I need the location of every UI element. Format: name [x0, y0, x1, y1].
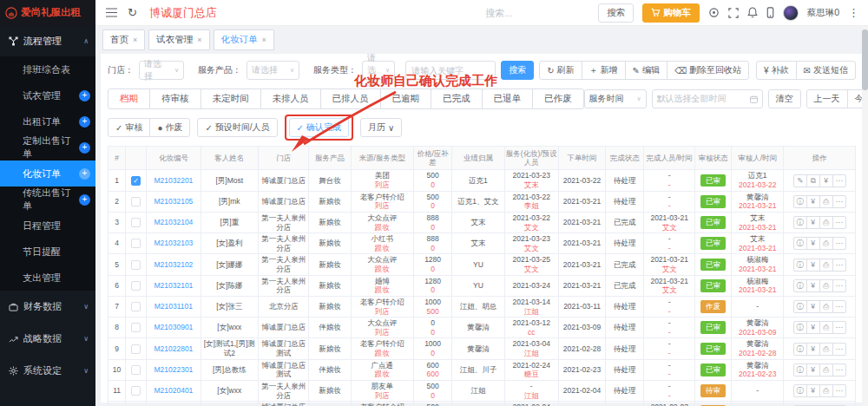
- status-tab-待审核[interactable]: 待审核: [149, 88, 201, 109]
- audit-button[interactable]: ✓审核: [108, 118, 150, 137]
- page-tab-化妆订单[interactable]: 化妆订单×: [214, 29, 274, 50]
- send-sms-button[interactable]: ✉发送短信: [796, 61, 856, 80]
- sidebar-item-strategy-data[interactable]: 战略数据 ∨: [0, 323, 95, 355]
- pay-op-icon[interactable]: ¥: [819, 174, 833, 187]
- pay-op-icon[interactable]: ¥: [806, 321, 820, 334]
- order-code-link[interactable]: M21030901: [154, 323, 193, 331]
- prev-day-button[interactable]: 上一天: [806, 89, 848, 108]
- row-checkbox[interactable]: [131, 281, 141, 291]
- cart-button[interactable]: 购物车: [642, 3, 700, 23]
- order-code-link[interactable]: M21032102: [154, 260, 193, 269]
- row-checkbox[interactable]: [131, 239, 141, 248]
- more-op-icon[interactable]: ⋯: [832, 237, 846, 250]
- more-op-icon[interactable]: ⋯: [832, 279, 846, 292]
- bell-icon[interactable]: [747, 7, 758, 18]
- close-icon[interactable]: ×: [197, 36, 201, 44]
- global-search-input[interactable]: [485, 8, 589, 18]
- sidebar-item-试衣管理[interactable]: 试衣管理+: [0, 82, 95, 108]
- row-checkbox[interactable]: [131, 260, 141, 270]
- quick-add-icon[interactable]: +: [79, 90, 90, 102]
- more-op-icon[interactable]: ⋯: [832, 195, 846, 208]
- fullscreen-icon[interactable]: [728, 8, 739, 18]
- order-code-link[interactable]: M21031101: [155, 302, 193, 311]
- row-checkbox[interactable]: [131, 218, 141, 227]
- print-op-icon[interactable]: ⎙: [819, 363, 833, 377]
- preset-time-person-button[interactable]: ✓预设时间/人员: [197, 118, 277, 137]
- more-op-icon[interactable]: ⋯: [832, 216, 846, 229]
- row-checkbox[interactable]: [131, 344, 141, 354]
- more-op-icon[interactable]: ⋯: [832, 384, 846, 397]
- date-range-input[interactable]: 默认选择全部时间: [652, 89, 763, 108]
- quick-add-icon[interactable]: +: [79, 194, 90, 206]
- sidebar-item-排班综合表[interactable]: 排班综合表: [0, 56, 95, 82]
- delete-to-recycle-button[interactable]: ⌫删除至回收站: [667, 61, 749, 80]
- status-tab-已排人员[interactable]: 已排人员: [320, 88, 381, 109]
- status-tab-未排人员[interactable]: 未排人员: [260, 88, 321, 109]
- pay-op-icon[interactable]: ¥: [806, 216, 820, 229]
- order-code-link[interactable]: M21022801: [154, 344, 193, 353]
- row-checkbox[interactable]: [131, 365, 141, 375]
- print-op-icon[interactable]: ⎙: [819, 259, 833, 272]
- more-op-icon[interactable]: ⋯: [832, 174, 846, 187]
- order-code-link[interactable]: M21022301: [154, 365, 193, 374]
- service-time-select[interactable]: 服务时间∨: [584, 89, 647, 108]
- status-tab-已作废[interactable]: 已作废: [532, 88, 584, 109]
- copy-op-icon[interactable]: ⧉: [806, 174, 820, 187]
- detail-op-icon[interactable]: ⓘ: [793, 259, 807, 272]
- pay-op-icon[interactable]: ¥: [806, 195, 820, 208]
- calendar-view-button[interactable]: 月历∨: [360, 118, 402, 137]
- row-checkbox[interactable]: ✓: [131, 176, 141, 186]
- detail-op-icon[interactable]: ⓘ: [793, 195, 807, 208]
- quick-add-icon[interactable]: +: [79, 142, 90, 154]
- sidebar-item-传统出售订单[interactable]: 传统出售订单+: [0, 187, 95, 213]
- close-icon[interactable]: ×: [133, 36, 137, 44]
- detail-op-icon[interactable]: ⓘ: [793, 363, 807, 377]
- edit-button[interactable]: ✎编辑: [625, 61, 667, 80]
- print-op-icon[interactable]: ⎙: [819, 216, 833, 229]
- page-tab-首页[interactable]: 首页×: [102, 29, 145, 50]
- pay-op-icon[interactable]: ¥: [806, 343, 820, 356]
- row-checkbox[interactable]: [131, 386, 141, 396]
- user-avatar[interactable]: [783, 5, 799, 21]
- filter-search-button[interactable]: 搜索: [501, 61, 534, 80]
- mobile-icon[interactable]: [766, 7, 774, 18]
- edit-op-icon[interactable]: ✎: [793, 174, 807, 187]
- more-op-icon[interactable]: ⋯: [832, 343, 846, 356]
- detail-op-icon[interactable]: ⓘ: [793, 300, 807, 313]
- pay-op-icon[interactable]: ¥: [806, 279, 820, 292]
- collapse-menu-icon[interactable]: [106, 8, 117, 17]
- refresh-page-icon[interactable]: ↻: [128, 7, 137, 18]
- sidebar-item-system-settings[interactable]: 系统设定 ∨: [0, 355, 95, 387]
- quick-add-icon[interactable]: +: [79, 116, 90, 128]
- pay-op-icon[interactable]: ¥: [806, 363, 820, 377]
- status-tab-档期[interactable]: 档期: [108, 88, 150, 109]
- row-checkbox[interactable]: [131, 302, 141, 311]
- order-code-link[interactable]: M21020401: [154, 386, 193, 395]
- supplement-pay-button[interactable]: ¥补款: [756, 61, 797, 80]
- sidebar-item-定制出售订单[interactable]: 定制出售订单+: [0, 134, 95, 160]
- more-vert-icon[interactable]: ⋮: [848, 7, 859, 18]
- global-search-button[interactable]: 搜索: [598, 3, 634, 23]
- status-tab-未定时间[interactable]: 未定时间: [201, 88, 261, 109]
- print-op-icon[interactable]: ⎙: [819, 321, 833, 334]
- print-op-icon[interactable]: ⎙: [819, 279, 833, 292]
- product-select[interactable]: 请选择∨: [247, 61, 299, 80]
- detail-op-icon[interactable]: ⓘ: [793, 321, 807, 334]
- print-op-icon[interactable]: ⎙: [819, 384, 833, 397]
- row-checkbox[interactable]: [131, 323, 141, 332]
- pay-op-icon[interactable]: ¥: [806, 300, 820, 313]
- confirm-complete-button[interactable]: ✓确认完成: [289, 118, 349, 137]
- refresh-button[interactable]: ↻刷新: [539, 61, 582, 80]
- detail-op-icon[interactable]: ⓘ: [793, 343, 807, 356]
- locate-icon[interactable]: [708, 7, 720, 18]
- more-op-icon[interactable]: ⋯: [832, 363, 846, 377]
- order-code-link[interactable]: M21032201: [154, 176, 193, 185]
- detail-op-icon[interactable]: ⓘ: [793, 237, 807, 250]
- pay-op-icon[interactable]: ¥: [806, 259, 820, 272]
- more-op-icon[interactable]: ⋯: [832, 321, 846, 334]
- more-op-icon[interactable]: ⋯: [832, 259, 846, 272]
- clear-date-button[interactable]: 清空: [768, 89, 801, 108]
- void-button[interactable]: ●作废: [149, 118, 190, 137]
- order-code-link[interactable]: M21032104: [154, 218, 193, 226]
- store-select[interactable]: 请选择∨: [139, 61, 184, 80]
